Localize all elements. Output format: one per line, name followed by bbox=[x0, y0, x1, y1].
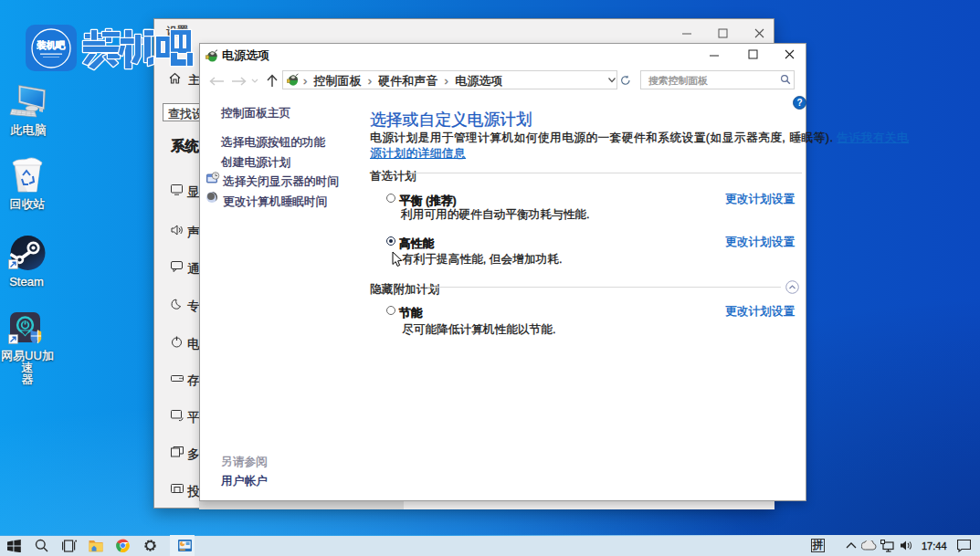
svg-text:?: ? bbox=[796, 98, 802, 108]
svg-text:装机吧: 装机吧 bbox=[36, 39, 66, 50]
